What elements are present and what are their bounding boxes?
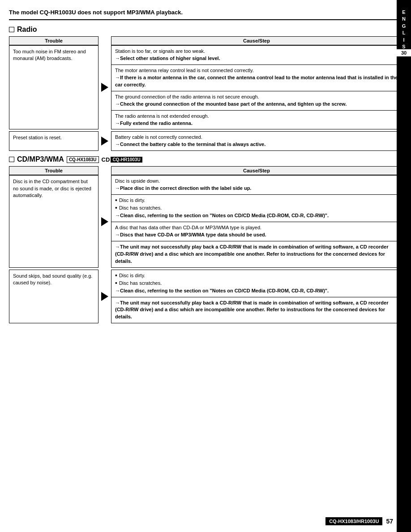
- cd-bullet-1: • Disc is dirty.: [115, 197, 398, 204]
- radio-cause-header: Cause/Step: [111, 36, 402, 45]
- sidebar-letter-e: E: [402, 9, 405, 16]
- radio-cause-1-3-normal: The ground connection of the radio anten…: [115, 94, 259, 99]
- bottom-model-badge: CQ-HX1083/HR1003U: [325, 517, 382, 525]
- radio-trouble-header: Trouble: [9, 36, 98, 45]
- cd-cause-1-1: Disc is upside down. →Place disc in the …: [111, 176, 402, 195]
- radio-row-1: Too much noise in FM stereo and monaural…: [9, 45, 402, 129]
- cd-cause-2-2-bold: →The unit may not successfully play back…: [115, 300, 388, 320]
- radio-cause-2-1: Battery cable is not correctly connected…: [111, 132, 402, 150]
- radio-trouble-1: Too much noise in FM stereo and monaural…: [9, 45, 98, 129]
- cd-cause-1-1-normal: Disc is upside down.: [115, 178, 160, 184]
- radio-arrow-1: [98, 45, 111, 129]
- cd-cause-1-3-bold: →Discs that have CD-DA or MP3/WMA type d…: [115, 232, 266, 237]
- cd-badge1: CQ-HX1083U: [67, 156, 99, 163]
- radio-cause-1-4-bold: →Fully extend the radio antenna.: [115, 120, 193, 126]
- radio-cause-2-1-normal: Battery cable is not correctly connected…: [115, 134, 202, 140]
- arrow-triangle-icon: [101, 83, 108, 92]
- radio-cause-1: Station is too far, or signals are too w…: [111, 45, 402, 129]
- cd-row-1: Disc is in the CD compartment but no sou…: [9, 175, 402, 267]
- cd-bullet-4-text: Disc has scratches.: [119, 280, 162, 287]
- radio-section-header: Radio: [9, 26, 402, 34]
- radio-row-2: Preset station is reset. Battery cable i…: [9, 131, 402, 151]
- radio-cause-1-2-normal: The motor antenna relay control lead is …: [115, 68, 254, 73]
- cd-checkbox-icon: [9, 157, 14, 162]
- cd-header-row: Trouble Cause/Step: [9, 166, 402, 175]
- bullet-icon: •: [115, 197, 117, 203]
- cd-cause-1-1-bold: →Place disc in the correct direction wit…: [115, 185, 251, 191]
- radio-cause-1-1: Station is too far, or signals are too w…: [111, 46, 402, 65]
- radio-cause-2-1-bold: →Connect the battery cable to the termin…: [115, 142, 265, 147]
- radio-cause-1-4: The radio antenna is not extended enough…: [111, 111, 402, 129]
- radio-cause-1-4-normal: The radio antenna is not extended enough…: [115, 113, 209, 119]
- cd-trouble-2-text: Sound skips, bad sound quality (e.g. cau…: [9, 270, 98, 289]
- cd-trouble-1-text: Disc is in the CD compartment but no sou…: [9, 176, 98, 202]
- cd-bullet-2-text: Disc has scratches.: [119, 205, 162, 212]
- bullet-icon-3: •: [115, 272, 117, 279]
- cd-section-header: CD/MP3/WMA CQ-HX1083U CD CQ-HR1003U: [9, 155, 402, 163]
- radio-trouble-2: Preset station is reset.: [9, 131, 98, 151]
- radio-cause-1-3-bold: →Check the ground connection of the moun…: [115, 101, 347, 107]
- radio-cause-boxes-2: Battery cable is not correctly connected…: [111, 132, 402, 150]
- cd-cause-1-3: A disc that has data other than CD-DA or…: [111, 222, 402, 241]
- cd-cd-label: CD: [102, 156, 110, 163]
- cd-bullet-1-text: Disc is dirty.: [119, 197, 145, 204]
- cd-cause-1-4: →The unit may not successfully play back…: [111, 241, 402, 267]
- radio-title: Radio: [17, 26, 37, 34]
- radio-cause-1-2-bold: →If there is a motor antenna in the car,…: [115, 75, 398, 87]
- radio-header-arrow-space: [98, 36, 111, 45]
- radio-header-row: Trouble Cause/Step: [9, 36, 402, 45]
- top-divider: [9, 19, 402, 20]
- bullet-icon-4: •: [115, 280, 117, 286]
- cd-cause-1-2: • Disc is dirty. • Disc has scratches. →…: [111, 195, 402, 222]
- cd-bullet-2: • Disc has scratches.: [115, 205, 398, 212]
- radio-cause-1-3: The ground connection of the radio anten…: [111, 91, 402, 111]
- radio-checkbox-icon: [9, 27, 14, 32]
- page-container: The model CQ-HR1003U does not support MP…: [0, 0, 411, 532]
- radio-cause-1-1-bold: →Select other stations of higher signal …: [115, 56, 220, 61]
- cd-cause-boxes-2: • Disc is dirty. • Disc has scratches. →…: [111, 270, 402, 323]
- radio-trouble-1-text: Too much noise in FM stereo and monaural…: [9, 46, 98, 65]
- radio-arrow-2: [98, 131, 111, 151]
- cd-cause-2: • Disc is dirty. • Disc has scratches. →…: [111, 270, 402, 324]
- radio-cause-boxes-1: Station is too far, or signals are too w…: [111, 46, 402, 129]
- cd-cause-1-2-bold: →Clean disc, referring to the section on…: [115, 213, 329, 218]
- cd-row-2: Sound skips, bad sound quality (e.g. cau…: [9, 270, 402, 324]
- cd-cause-2-2: →The unit may not successfully play back…: [111, 297, 402, 323]
- cd-cause-1-3-normal: A disc that has data other than CD-DA or…: [115, 225, 261, 230]
- sidebar-page-num: 30: [397, 49, 411, 56]
- radio-cause-2: Battery cable is not correctly connected…: [111, 131, 402, 151]
- cd-cause-2-1-bold: →Clean disc, referring to the section on…: [115, 288, 329, 293]
- cd-arrow-1: [98, 175, 111, 267]
- cd-trouble-2: Sound skips, bad sound quality (e.g. cau…: [9, 270, 98, 324]
- cd-header-arrow-space: [98, 166, 111, 175]
- radio-cause-1-1-normal: Station is too far, or signals are too w…: [115, 48, 205, 54]
- cd-cause-boxes-1: Disc is upside down. →Place disc in the …: [111, 176, 402, 267]
- bottom-bar: CQ-HX1083/HR1003U 57: [325, 517, 393, 525]
- cd-bullet-4: • Disc has scratches.: [115, 280, 398, 287]
- cd-badge2: CQ-HR1003U: [111, 157, 142, 163]
- cd-cause-1-4-bold: →The unit may not successfully play back…: [115, 244, 388, 264]
- cd-cause-header: Cause/Step: [111, 166, 402, 175]
- cd-arrow-2: [98, 270, 111, 324]
- cd-trouble-1: Disc is in the CD compartment but no sou…: [9, 175, 98, 267]
- radio-trouble-2-text: Preset station is reset.: [9, 132, 98, 144]
- bottom-page-number: 57: [386, 518, 393, 525]
- cd-title: CD/MP3/WMA: [17, 155, 64, 163]
- arrow-triangle-icon-3: [101, 217, 108, 226]
- arrow-triangle-icon-4: [101, 292, 108, 301]
- sidebar-letter-g: G: [402, 23, 406, 30]
- right-sidebar: E N G L I S H 30: [397, 0, 411, 532]
- sidebar-letter-l: L: [402, 30, 406, 36]
- arrow-triangle-icon-2: [101, 137, 108, 146]
- cd-trouble-header: Trouble: [9, 166, 98, 175]
- cd-cause-2-1: • Disc is dirty. • Disc has scratches. →…: [111, 270, 402, 297]
- sidebar-letter-i: I: [403, 37, 404, 43]
- cd-bullet-3: • Disc is dirty.: [115, 272, 398, 279]
- sidebar-letter-n: N: [402, 16, 406, 22]
- bullet-icon-2: •: [115, 205, 117, 211]
- cd-bullet-3-text: Disc is dirty.: [119, 272, 145, 279]
- top-notice: The model CQ-HR1003U does not support MP…: [9, 9, 402, 16]
- radio-cause-1-2: The motor antenna relay control lead is …: [111, 65, 402, 91]
- cd-cause-1: Disc is upside down. →Place disc in the …: [111, 175, 402, 267]
